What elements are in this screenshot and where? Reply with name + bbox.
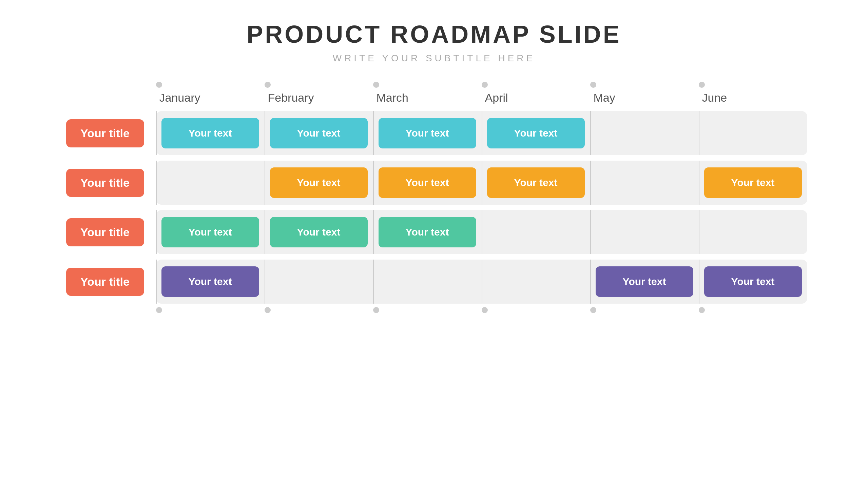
bottom-dot-0 (156, 307, 162, 313)
month-col-1: February (265, 82, 373, 104)
months-row: JanuaryFebruaryMarchAprilMayJune (156, 77, 807, 104)
row-content-0: Your textYour textYour textYour text (156, 111, 807, 155)
roadmap-row-3: Your titleYour textYour textYour text (61, 260, 807, 304)
vline-row3-col1 (265, 260, 265, 304)
slide-header: PRODUCT ROADMAP SLIDE WRITE YOUR SUBTITL… (247, 20, 621, 64)
month-dot-top (590, 82, 596, 88)
month-dot-top (699, 82, 705, 88)
vline-row3-col0 (156, 260, 157, 304)
row-content-3: Your textYour textYour text (156, 260, 807, 304)
task-box-r3-t1[interactable]: Your text (596, 266, 693, 297)
row-label-cell-0: Your title (61, 119, 156, 147)
task-box-r1-t1[interactable]: Your text (379, 167, 476, 198)
task-box-r3-t2[interactable]: Your text (704, 266, 802, 297)
month-col-0: January (156, 82, 265, 104)
month-label-0: January (159, 82, 265, 104)
month-label-1: February (268, 82, 373, 104)
vline-row1-col0 (156, 161, 157, 205)
vline-row1-col4 (590, 161, 591, 205)
task-box-r0-t3[interactable]: Your text (487, 118, 585, 148)
task-box-r0-t2[interactable]: Your text (379, 118, 476, 148)
task-box-r1-t0[interactable]: Your text (270, 167, 368, 198)
month-dot-top (373, 82, 379, 88)
row-content-2: Your textYour textYour text (156, 210, 807, 254)
vline-row2-col5 (699, 210, 699, 254)
row-label-btn-1[interactable]: Your title (66, 169, 144, 197)
subtitle: WRITE YOUR SUBTITLE HERE (247, 53, 621, 64)
month-col-3: April (482, 82, 590, 104)
month-label-4: May (594, 82, 699, 104)
vline-row2-col2 (373, 210, 374, 254)
bottom-dots-row (156, 307, 807, 317)
vline-row3-col3 (482, 260, 482, 304)
bottom-dot-5 (699, 307, 705, 313)
vline-row2-col0 (156, 210, 157, 254)
rows-area: Your titleYour textYour textYour textYou… (61, 111, 807, 304)
vline-row3-col2 (373, 260, 374, 304)
bottom-dot-1 (265, 307, 271, 313)
vline-row1-col2 (373, 161, 374, 205)
vline-row0-col1 (265, 111, 265, 155)
month-col-2: March (373, 82, 482, 104)
vline-row1-col5 (699, 161, 699, 205)
vline-row1-col3 (482, 161, 482, 205)
row-label-cell-1: Your title (61, 169, 156, 197)
task-box-r1-t2[interactable]: Your text (487, 167, 585, 198)
task-box-r3-t0[interactable]: Your text (161, 266, 259, 297)
vline-row0-col5 (699, 111, 699, 155)
month-col-4: May (590, 82, 699, 104)
month-dot-top (482, 82, 488, 88)
month-label-3: April (485, 82, 590, 104)
vline-row3-col5 (699, 260, 699, 304)
bottom-dot-3 (482, 307, 488, 313)
task-box-r2-t1[interactable]: Your text (270, 217, 368, 247)
vline-row2-col3 (482, 210, 482, 254)
vline-row3-col4 (590, 260, 591, 304)
row-label-btn-3[interactable]: Your title (66, 268, 144, 296)
task-box-r2-t0[interactable]: Your text (161, 217, 259, 247)
bottom-dot-2 (373, 307, 379, 313)
row-label-cell-2: Your title (61, 218, 156, 246)
task-box-r0-t0[interactable]: Your text (161, 118, 259, 148)
roadmap-row-1: Your titleYour textYour textYour textYou… (61, 161, 807, 205)
bottom-dot-4 (590, 307, 596, 313)
roadmap-container: JanuaryFebruaryMarchAprilMayJuneYour tit… (61, 77, 807, 317)
vline-row2-col1 (265, 210, 265, 254)
row-label-btn-0[interactable]: Your title (66, 119, 144, 147)
vline-row0-col4 (590, 111, 591, 155)
month-dot-top (265, 82, 271, 88)
month-dot-top (156, 82, 162, 88)
task-box-r1-t3[interactable]: Your text (704, 167, 802, 198)
vline-row0-col3 (482, 111, 482, 155)
month-label-5: June (702, 82, 807, 104)
row-label-cell-3: Your title (61, 268, 156, 296)
row-content-1: Your textYour textYour textYour text (156, 161, 807, 205)
task-box-r2-t2[interactable]: Your text (379, 217, 476, 247)
month-label-2: March (377, 82, 482, 104)
vline-row0-col2 (373, 111, 374, 155)
vline-row0-col0 (156, 111, 157, 155)
task-box-r0-t1[interactable]: Your text (270, 118, 368, 148)
roadmap-row-0: Your titleYour textYour textYour textYou… (61, 111, 807, 155)
roadmap-row-2: Your titleYour textYour textYour text (61, 210, 807, 254)
vline-row1-col1 (265, 161, 265, 205)
row-label-btn-2[interactable]: Your title (66, 218, 144, 246)
vline-row2-col4 (590, 210, 591, 254)
month-col-5: June (699, 82, 807, 104)
main-title: PRODUCT ROADMAP SLIDE (247, 20, 621, 48)
